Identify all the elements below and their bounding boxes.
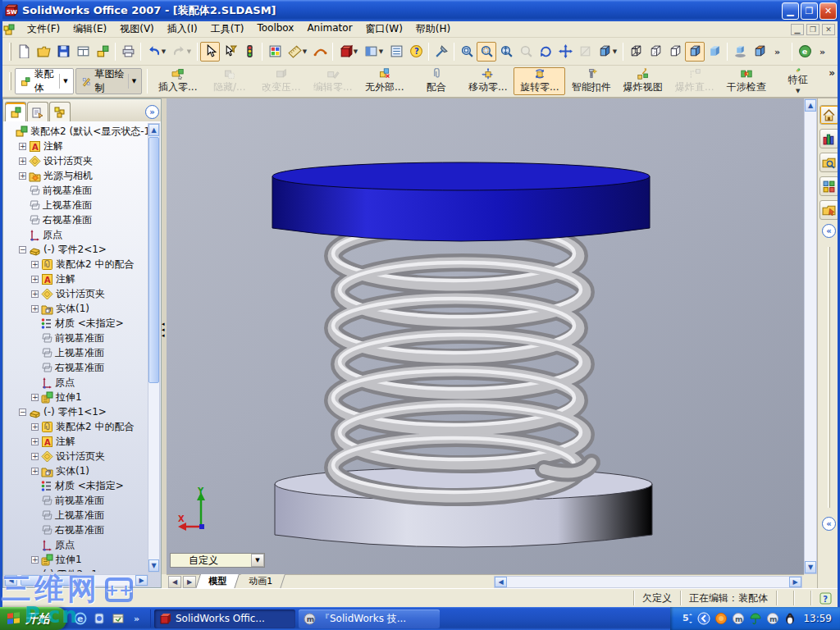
scroll-right-icon[interactable]: ▶	[135, 575, 148, 586]
menu-v[interactable]: 视图(V)	[113, 21, 161, 38]
commandtab-装配体[interactable]: 装配体▼	[15, 68, 74, 94]
panel-flyout-chevron[interactable]: »	[145, 105, 159, 119]
taskpane-palette-button[interactable]	[819, 176, 839, 196]
orientation-dropdown[interactable]: 自定义 ▼	[170, 553, 265, 568]
restore-button[interactable]: ❐	[801, 2, 818, 20]
print-button[interactable]	[118, 42, 138, 62]
view-orientation-button[interactable]: ▼	[595, 42, 620, 62]
tree-expander-icon[interactable]: +	[19, 158, 26, 165]
pan-view-button[interactable]	[555, 42, 575, 62]
taskpane-collapse-chevron-bottom[interactable]: «	[822, 517, 836, 531]
tree-item-assembly[interactable]: 装配体2 (默认<显示状态-1	[5, 124, 149, 139]
tree-vertical-scrollbar[interactable]: ▲ ▼	[148, 123, 160, 573]
tree-item-material[interactable]: 材质 <未指定>	[5, 478, 149, 493]
taskbar-task-sw[interactable]: SolidWorks Offic...	[154, 609, 295, 628]
menu-toolbox[interactable]: Toolbox	[250, 21, 300, 38]
dropdown-arrow-icon[interactable]: ▼	[251, 554, 264, 567]
tree-item-plane[interactable]: 上视基准面	[5, 198, 149, 212]
tree-expander-icon[interactable]: −	[19, 246, 26, 253]
command-rotatecomp-button[interactable]: 旋转零...	[514, 67, 565, 95]
toolbar-overflow-button[interactable]: »	[769, 42, 789, 62]
display-pane-button[interactable]	[386, 42, 406, 62]
hscroll-left-icon[interactable]: ◀	[495, 577, 507, 587]
tree-item-part[interactable]: −(-) 零件1<1>	[5, 404, 149, 419]
assembly-model[interactable]	[167, 98, 804, 574]
command-explline-button[interactable]: 爆炸直...	[669, 67, 720, 95]
edrawings-button[interactable]: e	[795, 42, 815, 62]
wireframe-button[interactable]	[626, 42, 646, 62]
tree-item-plane[interactable]: 前视基准面	[5, 331, 149, 345]
tab-feature-manager[interactable]	[5, 102, 26, 121]
minimize-button[interactable]: ▁	[782, 2, 799, 20]
selection-filter-button[interactable]	[220, 42, 240, 62]
tray-umbrella-icon[interactable]	[749, 612, 762, 625]
tree-item-plane[interactable]: 上视基准面	[5, 508, 149, 523]
menu-e[interactable]: 编辑(E)	[66, 21, 113, 38]
make-drawing-from-assembly-button[interactable]	[73, 42, 93, 62]
tree-item-origin[interactable]: 原点	[5, 375, 149, 390]
tab-scroll-right-icon[interactable]: ▶	[183, 576, 196, 588]
mdi-minimize-button[interactable]: ▁	[791, 24, 804, 35]
taskpane-collapse-chevron[interactable]: «	[822, 224, 836, 238]
start-button[interactable]: 开始	[0, 607, 66, 630]
model-tab-inactive[interactable]: 动画1	[236, 574, 285, 589]
tree-item-plane[interactable]: 右视基准面	[5, 212, 149, 227]
mdi-restore-button[interactable]: ❐	[806, 24, 819, 35]
tray-lang5-icon[interactable]: 5	[680, 612, 693, 625]
tree-item-part[interactable]: (-) 零件2<1>	[5, 567, 149, 572]
taskpane-file-explorer-button[interactable]	[819, 153, 839, 172]
zoom-in-out-button[interactable]	[496, 42, 516, 62]
tree-item-solids[interactable]: +实体(1)	[5, 301, 149, 316]
tab-property-manager[interactable]	[27, 102, 48, 121]
tree-expander-icon[interactable]: +	[31, 438, 39, 445]
tree-expander-icon[interactable]: −	[19, 409, 26, 416]
viewport-vertical-scrollbar[interactable]: ▲ ▼	[804, 98, 817, 574]
command-suppress-button[interactable]: 改变压...	[255, 67, 307, 95]
tree-item-solids[interactable]: +实体(1)	[5, 463, 149, 478]
taskpane-toolbox-button[interactable]	[819, 200, 839, 220]
command-features-button[interactable]: 特征▼	[772, 67, 824, 95]
shaded-with-edges-button[interactable]	[685, 42, 705, 62]
tree-item-lights[interactable]: +光源与相机	[5, 168, 149, 183]
taskpane-home-button[interactable]	[819, 105, 839, 125]
mdi-close-button[interactable]: ✕	[822, 24, 835, 35]
tree-item-origin[interactable]: 原点	[5, 537, 149, 552]
undo-button[interactable]: ▼	[144, 42, 169, 62]
rebuild-button[interactable]	[240, 42, 259, 62]
tree-item-part[interactable]: −(-) 零件2<1>	[5, 242, 149, 257]
tree-item-binder[interactable]: +设计活页夹	[5, 153, 149, 168]
tree-item-mates[interactable]: +装配体2 中的配合	[5, 419, 149, 434]
measure-button[interactable]: ▼	[285, 42, 310, 62]
quicklaunch-media-icon[interactable]	[92, 612, 106, 626]
viewport-horizontal-scrollbar[interactable]: ◀ ▶	[494, 576, 802, 588]
curvature-check-button[interactable]	[310, 42, 330, 62]
save-button[interactable]	[53, 42, 73, 62]
taskbar-task-m[interactable]: m『SolidWorks 技...	[299, 609, 440, 628]
tree-expander-icon[interactable]: +	[31, 453, 39, 460]
tree-expander-icon[interactable]: +	[31, 305, 39, 313]
tree-expander-icon[interactable]: +	[31, 261, 39, 268]
menu-animator[interactable]: Animator	[300, 21, 358, 38]
quick-tips-icon[interactable]: ?	[810, 591, 840, 605]
shaded-button[interactable]	[705, 42, 724, 62]
tray-m2-icon[interactable]: m	[766, 612, 779, 625]
zoom-to-fit-button[interactable]	[457, 42, 477, 62]
section-view-button[interactable]	[750, 42, 769, 62]
command-insertcomp-button[interactable]: 插入零...	[152, 67, 203, 95]
tree-item-binder[interactable]: +设计活页夹	[5, 286, 149, 301]
menu-w[interactable]: 窗口(W)	[359, 21, 409, 38]
menu-f[interactable]: 文件(F)	[21, 21, 66, 38]
tab-configuration-manager[interactable]	[49, 102, 71, 121]
hscroll-right-icon[interactable]: ▶	[789, 577, 801, 587]
command-mate-button[interactable]: 配合	[410, 67, 462, 95]
tray-penguin-icon[interactable]	[783, 612, 797, 625]
tree-item-material[interactable]: 材质 <未指定>	[5, 316, 149, 331]
tree-expander-icon[interactable]: +	[19, 143, 26, 150]
zoom-to-area-button[interactable]	[477, 42, 496, 62]
graphics-viewport[interactable]: Y X 自定义 ▼	[167, 98, 804, 574]
tree-item-note[interactable]: +A注解	[5, 139, 149, 153]
tree-item-plane[interactable]: 上视基准面	[5, 345, 149, 360]
hidden-lines-removed-button[interactable]	[665, 42, 685, 62]
command-editcomp-button[interactable]: 编辑零...	[307, 67, 358, 95]
edit-color-button[interactable]	[265, 42, 285, 62]
